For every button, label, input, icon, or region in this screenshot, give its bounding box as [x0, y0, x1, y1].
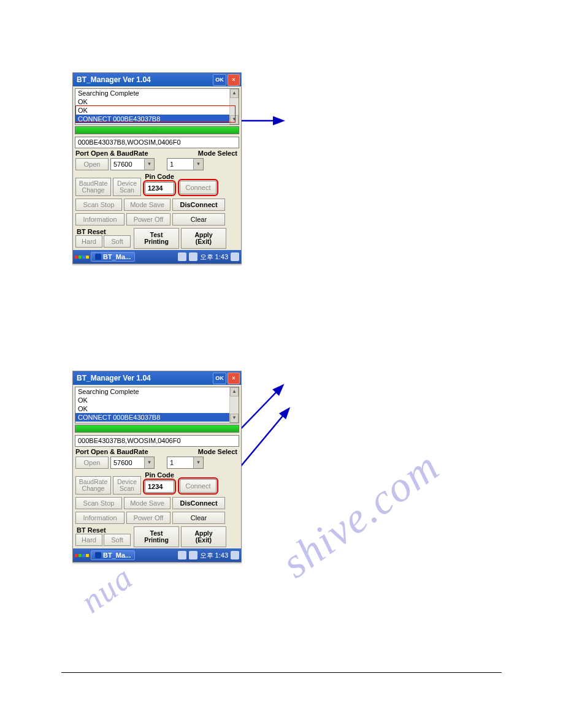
window-title: BT_Manager Ver 1.04 — [77, 75, 212, 84]
bt-reset-label: BT Reset — [75, 526, 132, 534]
power-off-button[interactable]: Power Off — [126, 512, 170, 524]
mode-save-button[interactable]: Mode Save — [124, 199, 170, 211]
titlebar: BT_Manager Ver 1.04 OK × — [73, 73, 241, 86]
baudrate-change-button[interactable]: BaudRateChange — [75, 476, 111, 495]
power-off-button[interactable]: Power Off — [126, 213, 170, 226]
pin-code-label: Pin Code — [145, 471, 174, 479]
pin-code-input[interactable]: 1234 — [145, 182, 174, 194]
baudrate-change-button[interactable]: BaudRateChange — [75, 178, 111, 196]
clear-button[interactable]: Clear — [172, 512, 225, 524]
bluetooth-icon — [95, 552, 101, 558]
pin-code-input[interactable]: 1234 — [145, 480, 174, 493]
mode-value: 1 — [167, 161, 193, 168]
baudrate-select[interactable]: 57600▼ — [110, 457, 155, 469]
test-printing-button[interactable]: TestPrinting — [134, 526, 179, 547]
chevron-down-icon: ▼ — [193, 159, 203, 170]
baudrate-value: 57600 — [111, 161, 144, 168]
connect-button[interactable]: Connect — [180, 181, 216, 194]
taskbar-app-label: BT_Ma... — [103, 253, 131, 260]
label-mode: Mode Select — [175, 448, 239, 455]
mode-save-button[interactable]: Mode Save — [124, 497, 170, 509]
log-line-selected[interactable]: CONNECT 000BE43037B8 — [75, 413, 239, 422]
test-printing-button[interactable]: TestPrinting — [134, 228, 179, 249]
device-info-field[interactable]: 000BE43037B8,WOOSIM,0406F0 — [75, 435, 239, 447]
baudrate-select[interactable]: 57600▼ — [110, 158, 155, 170]
progress-bar — [75, 425, 239, 433]
titlebar: BT_Manager Ver 1.04 OK × — [73, 371, 241, 385]
disconnect-button[interactable]: DisConnect — [172, 497, 225, 509]
bluetooth-icon — [95, 254, 101, 260]
scan-stop-button[interactable]: Scan Stop — [75, 497, 122, 509]
log-listbox[interactable]: Searching Complete OK OK CONNECT 000BE43… — [75, 387, 239, 423]
close-button[interactable]: × — [228, 373, 240, 384]
bt-reset-label: BT Reset — [75, 228, 132, 235]
log-line: OK — [75, 106, 239, 115]
log-line: OK — [75, 404, 239, 413]
device-scan-button[interactable]: DeviceScan — [113, 178, 141, 196]
taskbar-app[interactable]: BT_Ma... — [91, 252, 135, 262]
tray-icon[interactable] — [178, 551, 186, 559]
clear-button[interactable]: Clear — [172, 213, 225, 226]
taskbar-app-label: BT_Ma... — [103, 552, 131, 559]
taskbar: BT_Ma... 오후 1:43 — [73, 548, 241, 562]
mode-select[interactable]: 1▼ — [167, 158, 204, 170]
apply-exit-button[interactable]: Apply(Exit) — [181, 228, 226, 249]
scroll-down-icon[interactable]: ▼ — [230, 115, 239, 124]
tray-icon[interactable] — [231, 551, 239, 559]
information-button[interactable]: Information — [75, 213, 124, 226]
apply-exit-button[interactable]: Apply(Exit) — [181, 526, 226, 547]
start-icon[interactable] — [75, 554, 89, 557]
log-line: OK — [75, 396, 239, 404]
taskbar-app[interactable]: BT_Ma... — [91, 550, 135, 560]
hard-reset-button[interactable]: Hard — [75, 534, 102, 546]
chevron-down-icon: ▼ — [193, 457, 203, 468]
soft-reset-button[interactable]: Soft — [104, 235, 131, 248]
label-mode: Mode Select — [175, 150, 239, 157]
footer-rule — [61, 672, 502, 673]
label-port: Port Open & BaudRate — [75, 448, 175, 455]
ok-button[interactable]: OK — [213, 74, 226, 86]
start-icon[interactable] — [75, 256, 89, 259]
device-info-field[interactable]: 000BE43037B8,WOOSIM,0406F0 — [75, 137, 239, 148]
chevron-down-icon: ▼ — [144, 457, 154, 468]
mode-select[interactable]: 1▼ — [167, 457, 204, 469]
tray-icon[interactable] — [231, 252, 239, 261]
hard-reset-button[interactable]: Hard — [75, 235, 102, 248]
bt-manager-window-1: BT_Manager Ver 1.04 OK × Searching Compl… — [72, 72, 242, 264]
scrollbar[interactable]: ▲ ▼ — [229, 387, 239, 423]
scroll-down-icon[interactable]: ▼ — [230, 414, 239, 423]
tray-icon[interactable] — [189, 551, 197, 559]
information-button[interactable]: Information — [75, 512, 124, 524]
soft-reset-button[interactable]: Soft — [104, 534, 131, 546]
tray-icon[interactable] — [178, 252, 186, 261]
open-button[interactable]: Open — [75, 158, 109, 170]
chevron-down-icon: ▼ — [144, 159, 154, 170]
progress-bar — [75, 126, 239, 134]
scan-stop-button[interactable]: Scan Stop — [75, 199, 122, 211]
disconnect-button[interactable]: DisConnect — [172, 199, 225, 211]
clock: 오후 1:43 — [200, 252, 228, 262]
ok-button[interactable]: OK — [213, 373, 226, 384]
log-line-selected[interactable]: CONNECT 000BE43037B8 — [75, 115, 239, 123]
scrollbar[interactable]: ▲ ▼ — [229, 89, 239, 124]
scroll-up-icon[interactable]: ▲ — [230, 387, 239, 396]
log-line: OK — [75, 97, 239, 106]
window-title: BT_Manager Ver 1.04 — [77, 374, 212, 382]
log-line: Searching Complete — [75, 89, 239, 97]
bt-manager-window-2: BT_Manager Ver 1.04 OK × Searching Compl… — [72, 371, 242, 563]
device-scan-button[interactable]: DeviceScan — [113, 476, 141, 495]
log-listbox[interactable]: Searching Complete OK OK CONNECT 000BE43… — [75, 88, 239, 125]
connect-button[interactable]: Connect — [180, 479, 216, 493]
pin-code-label: Pin Code — [145, 173, 174, 180]
scroll-up-icon[interactable]: ▲ — [230, 89, 239, 98]
close-button[interactable]: × — [228, 74, 240, 86]
clock: 오후 1:43 — [200, 551, 228, 560]
taskbar: BT_Ma... 오후 1:43 — [73, 250, 241, 264]
watermark-frag: nua — [74, 558, 140, 621]
tray: 오후 1:43 — [178, 252, 239, 262]
mode-value: 1 — [167, 459, 193, 466]
tray-icon[interactable] — [189, 252, 197, 261]
open-button[interactable]: Open — [75, 457, 109, 469]
log-line: Searching Complete — [75, 387, 239, 396]
tray: 오후 1:43 — [178, 551, 239, 560]
